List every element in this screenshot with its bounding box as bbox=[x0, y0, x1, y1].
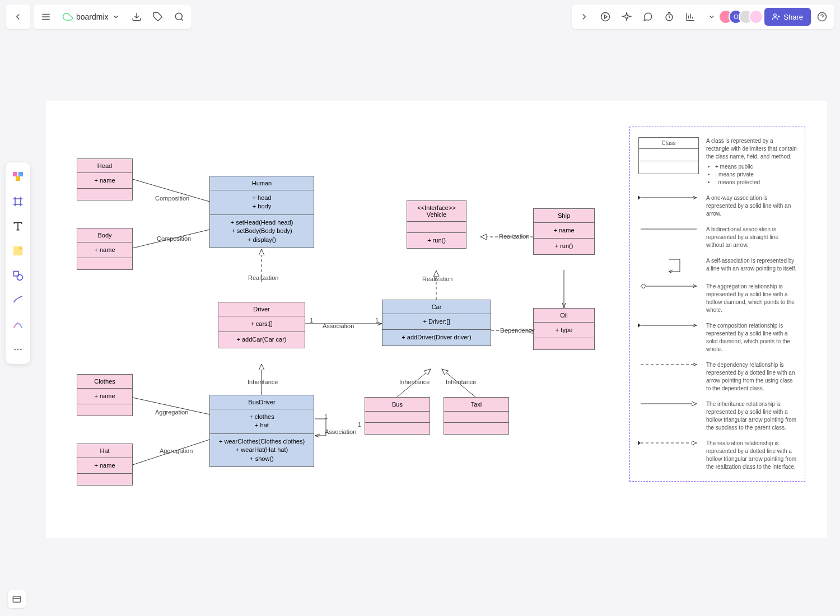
tool-sidebar bbox=[6, 162, 30, 364]
svg-point-11 bbox=[17, 349, 19, 351]
edge-label: Inheritance bbox=[399, 379, 430, 385]
chevron-down-icon bbox=[112, 13, 120, 21]
class-name: Human bbox=[210, 176, 314, 190]
class-name: Oil bbox=[534, 309, 594, 323]
class-attr: + cars:[] bbox=[221, 320, 302, 328]
class-attr: + name bbox=[80, 461, 130, 470]
edge-mult: 1 bbox=[310, 317, 313, 324]
legend-class-symbol: Class bbox=[638, 137, 699, 174]
legend-text: A one-way association is represented by … bbox=[706, 194, 797, 218]
edge-label: Dependency bbox=[500, 327, 535, 334]
class-op: + wearHat(Hat hat) bbox=[212, 446, 311, 454]
share-button[interactable]: Share bbox=[764, 8, 811, 26]
class-ship[interactable]: Ship + name + run() bbox=[533, 208, 595, 255]
templates-tool[interactable] bbox=[8, 167, 28, 187]
edge-mult: 1 bbox=[324, 413, 328, 420]
class-vehicle[interactable]: <<Interface>> Vehicle + run() bbox=[407, 200, 466, 249]
play-button[interactable] bbox=[595, 7, 615, 27]
class-busdriver[interactable]: BusDriver + clothes + hat + wearClothes(… bbox=[209, 395, 314, 467]
class-body[interactable]: Body + name bbox=[77, 228, 133, 270]
sticky-note-tool[interactable] bbox=[8, 241, 28, 261]
class-op: + show() bbox=[212, 455, 311, 463]
text-tool[interactable] bbox=[8, 216, 28, 236]
svg-rect-4 bbox=[13, 172, 17, 176]
connector-tool[interactable] bbox=[8, 315, 28, 335]
class-head[interactable]: Head + name bbox=[77, 158, 133, 200]
svg-point-10 bbox=[14, 349, 16, 351]
sparkle-button[interactable] bbox=[617, 7, 637, 27]
legend-text: The realization relationship is represen… bbox=[706, 440, 797, 471]
svg-rect-13 bbox=[13, 596, 21, 603]
legend-panel[interactable]: Class A class is represented by a rectan… bbox=[629, 127, 805, 482]
app-title-group[interactable]: boardmix bbox=[57, 12, 125, 22]
class-driver[interactable]: Driver + cars:[] + addCar(Car car) bbox=[218, 302, 305, 348]
svg-point-0 bbox=[175, 13, 182, 20]
edge-label: Composition bbox=[155, 195, 189, 202]
class-name: <<Interface>> Vehicle bbox=[407, 201, 466, 222]
class-hat[interactable]: Hat + name bbox=[77, 444, 133, 486]
class-attr: + name bbox=[80, 392, 130, 400]
class-attr: + name bbox=[536, 226, 592, 235]
class-op: + addCar(Car car) bbox=[221, 335, 302, 344]
timer-button[interactable] bbox=[659, 7, 679, 27]
share-label: Share bbox=[783, 13, 803, 21]
class-name: Taxi bbox=[444, 398, 508, 412]
svg-rect-7 bbox=[13, 246, 23, 256]
layers-button[interactable] bbox=[8, 590, 26, 608]
svg-point-9 bbox=[17, 274, 22, 280]
legend-text: The aggregation relationship is represen… bbox=[706, 283, 797, 314]
class-name: Car bbox=[382, 300, 491, 314]
expand-button[interactable] bbox=[574, 7, 594, 27]
avatar[interactable] bbox=[749, 10, 763, 24]
edge-label: Association bbox=[323, 323, 354, 329]
pen-tool[interactable] bbox=[8, 290, 28, 310]
edge-mult: 1 bbox=[375, 317, 379, 324]
tag-button[interactable] bbox=[148, 7, 168, 27]
class-op: + display() bbox=[212, 236, 311, 244]
legend-text: The composition relationship is represen… bbox=[706, 322, 797, 353]
class-op: + run() bbox=[536, 242, 592, 250]
edge-label: Realization bbox=[499, 233, 529, 240]
more-tools[interactable] bbox=[8, 339, 28, 360]
frame-tool[interactable] bbox=[8, 192, 28, 212]
class-name: Head bbox=[77, 159, 132, 173]
person-plus-icon bbox=[772, 13, 780, 21]
edge-mult: 1 bbox=[358, 421, 361, 428]
search-button[interactable] bbox=[169, 7, 189, 27]
svg-point-1 bbox=[601, 13, 610, 21]
edge-label: Association bbox=[325, 428, 356, 435]
help-button[interactable] bbox=[812, 7, 832, 27]
class-human[interactable]: Human + head + body + setHead(Head head)… bbox=[209, 176, 314, 248]
legend-text: A self-association is represented by a l… bbox=[706, 257, 797, 273]
comment-button[interactable] bbox=[638, 7, 658, 27]
cloud-icon bbox=[63, 12, 73, 22]
class-car[interactable]: Car + Driver:[] + addDriver(Driver drive… bbox=[382, 300, 491, 346]
legend-text: The dependency relationship is represent… bbox=[706, 361, 797, 393]
class-oil[interactable]: Oil + type bbox=[533, 308, 595, 350]
class-attr: + head bbox=[212, 194, 311, 202]
class-clothes[interactable]: Clothes + name bbox=[77, 374, 133, 416]
class-name: Ship bbox=[534, 209, 594, 223]
class-op: + addDriver(Driver driver) bbox=[385, 333, 488, 342]
class-op: + setHead(Head head) bbox=[212, 218, 311, 227]
legend-text: A bidirectional association is represent… bbox=[706, 226, 797, 249]
diagram-canvas[interactable]: Head + name Body + name Human + head + b… bbox=[46, 101, 827, 538]
class-taxi[interactable]: Taxi bbox=[444, 397, 509, 435]
class-name: Hat bbox=[77, 444, 132, 458]
class-attr: + name bbox=[80, 246, 130, 254]
menu-button[interactable] bbox=[36, 7, 56, 27]
edge-label: Realization bbox=[248, 274, 278, 281]
class-attr: + name bbox=[80, 176, 130, 185]
shape-tool[interactable] bbox=[8, 265, 28, 286]
collaborator-avatars[interactable]: O bbox=[723, 10, 763, 24]
download-button[interactable] bbox=[127, 7, 147, 27]
back-button[interactable] bbox=[8, 7, 28, 27]
chart-button[interactable] bbox=[680, 7, 701, 27]
edge-label: Realization bbox=[422, 276, 452, 282]
class-name: Body bbox=[77, 228, 132, 242]
svg-point-12 bbox=[20, 349, 22, 351]
class-op: + setBody(Body body) bbox=[212, 227, 311, 235]
class-bus[interactable]: Bus bbox=[365, 397, 430, 435]
legend-text: A class is represented by a rectangle wi… bbox=[706, 137, 797, 186]
edge-label: Composition bbox=[157, 235, 191, 242]
